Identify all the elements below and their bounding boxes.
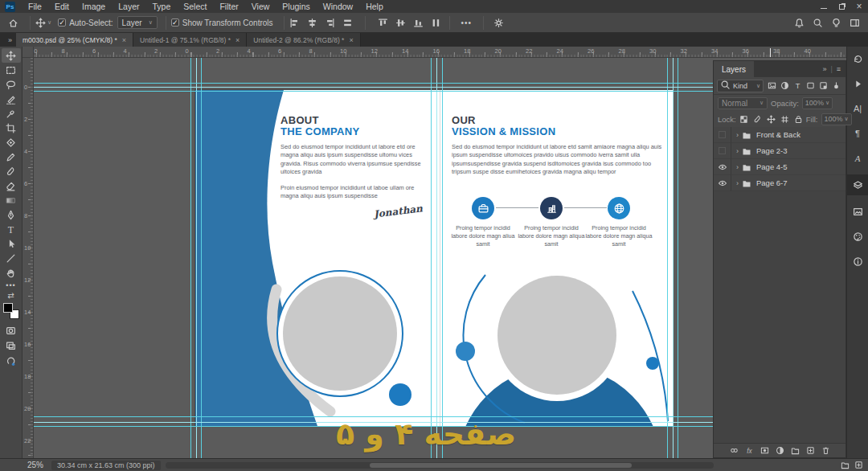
guide-vertical[interactable] — [673, 58, 674, 458]
screen-mode-button[interactable] — [2, 341, 21, 351]
foreground-color-swatch[interactable] — [3, 303, 13, 313]
brush-tool[interactable] — [2, 164, 21, 178]
move-tool-options-icon[interactable] — [35, 18, 46, 28]
menu-file[interactable]: File — [22, 0, 48, 13]
align-center-horizontal-icon[interactable] — [307, 18, 317, 28]
menu-edit[interactable]: Edit — [48, 0, 76, 13]
move-tool[interactable] — [2, 48, 21, 63]
link-layers-icon[interactable] — [730, 446, 739, 455]
horizontal-scrollbar-thumb[interactable] — [370, 463, 632, 468]
menu-layer[interactable]: Layer — [112, 0, 145, 13]
menu-image[interactable]: Image — [76, 0, 112, 13]
layers-panel-tab[interactable]: Layers — [714, 61, 754, 77]
type-tool[interactable]: T — [2, 222, 21, 236]
delete-layer-icon[interactable] — [821, 446, 830, 455]
restore-button[interactable] — [833, 1, 850, 13]
quick-mask-button[interactable] — [2, 326, 21, 336]
opacity-input[interactable]: 100% ∨ — [802, 97, 833, 109]
show-transform-checkbox[interactable]: ✓ — [171, 18, 179, 27]
more-options-button[interactable]: ••• — [461, 18, 473, 27]
workspace-icon[interactable] — [850, 18, 860, 28]
panel-menu-icon[interactable]: ≡ — [837, 65, 841, 73]
menu-plugins[interactable]: Plugins — [276, 0, 316, 13]
layer-group-row[interactable]: ›Front & Back — [714, 127, 845, 143]
line-tool[interactable] — [2, 251, 21, 265]
tab-overflow-icon[interactable]: » — [0, 36, 16, 47]
dock-paragraph-icon[interactable]: ¶ — [847, 125, 868, 142]
visibility-toggle[interactable] — [714, 127, 731, 143]
lightbulb-icon[interactable] — [831, 18, 841, 28]
dock-info-icon[interactable] — [847, 252, 868, 270]
spot-healing-brush-tool[interactable] — [2, 135, 21, 149]
vertical-ruler[interactable]: 0246810121416182022 — [23, 58, 34, 458]
layer-mask-icon[interactable] — [760, 446, 769, 455]
horizontal-scrollbar[interactable] — [166, 462, 714, 469]
close-tab-icon[interactable]: × — [349, 36, 353, 44]
lock-pixels-icon[interactable] — [753, 115, 762, 124]
document-tab-1[interactable]: m0030.psd @ 25% (CMYK/8) *× — [16, 33, 133, 47]
menu-filter[interactable]: Filter — [213, 0, 244, 13]
guide-horizontal[interactable] — [34, 91, 713, 92]
layer-effects-icon[interactable]: fx — [745, 446, 754, 455]
dock-swatches-icon[interactable] — [847, 227, 868, 245]
filter-kind-dropdown[interactable]: Kind ∨ — [717, 80, 764, 92]
layer-group-row[interactable]: ›Page 2-3 — [714, 143, 845, 159]
hand-tool[interactable] — [2, 265, 21, 280]
lock-artboard-icon[interactable] — [780, 115, 789, 124]
lock-transparent-icon[interactable] — [739, 115, 748, 124]
visibility-toggle[interactable] — [714, 143, 731, 159]
edit-toolbar-ellipsis[interactable]: ••• — [2, 281, 21, 289]
menu-view[interactable]: View — [245, 0, 276, 13]
expand-chevron-icon[interactable]: › — [736, 163, 739, 171]
align-top-icon[interactable] — [378, 18, 388, 28]
align-left-icon[interactable] — [289, 18, 300, 28]
smart-object-icon[interactable] — [819, 81, 828, 90]
gear-icon[interactable] — [493, 18, 504, 28]
visibility-toggle[interactable] — [714, 175, 731, 191]
expand-chevron-icon[interactable]: › — [736, 147, 739, 155]
distribute-horizontal-icon[interactable] — [342, 18, 353, 28]
new-layer-icon[interactable] — [806, 446, 815, 455]
distribute-vertical-icon[interactable] — [431, 18, 441, 28]
menu-select[interactable]: Select — [177, 0, 213, 13]
dock-mini-icon[interactable] — [841, 461, 850, 471]
pixel-layer-icon[interactable] — [768, 81, 776, 90]
dock-layers-icon[interactable] — [847, 174, 868, 195]
blend-mode-dropdown[interactable]: Normal ∨ — [718, 97, 768, 109]
zoom-level[interactable]: 25% — [27, 461, 43, 469]
object-selection-tool[interactable] — [2, 92, 21, 106]
dock-history-icon[interactable] — [847, 50, 868, 68]
pen-tool[interactable] — [2, 207, 21, 222]
type-layer-icon[interactable]: T — [793, 81, 802, 90]
search-icon[interactable] — [813, 18, 823, 28]
rectangular-marquee-tool[interactable] — [2, 63, 21, 77]
dock-mini-icon[interactable] — [854, 461, 863, 471]
collapse-panel-icon[interactable]: » — [822, 65, 826, 73]
guide-vertical[interactable] — [442, 58, 443, 458]
document-tab-2[interactable]: Untitled-1 @ 75.1% (RGB/8) *× — [133, 33, 247, 47]
dock-glyphs-icon[interactable]: A — [847, 149, 868, 167]
eyedropper-tool[interactable] — [2, 106, 21, 121]
bell-icon[interactable] — [794, 18, 805, 28]
lasso-tool[interactable] — [2, 77, 21, 92]
swap-colors-icon[interactable]: ⇄ — [2, 291, 21, 300]
guide-horizontal[interactable] — [34, 83, 713, 84]
align-middle-icon[interactable] — [395, 18, 406, 28]
align-right-icon[interactable] — [325, 18, 335, 28]
shape-layer-icon[interactable] — [806, 81, 815, 90]
layer-group-row[interactable]: ›Page 6-7 — [714, 175, 845, 191]
path-selection-tool[interactable] — [2, 236, 21, 251]
ruler-origin-corner[interactable] — [23, 47, 34, 58]
crop-tool[interactable] — [2, 121, 21, 135]
align-bottom-icon[interactable] — [413, 18, 424, 28]
guide-vertical[interactable] — [431, 58, 432, 458]
minimize-button[interactable] — [815, 1, 833, 13]
layer-group-row[interactable]: ›Page 4-5 — [714, 159, 845, 175]
rotate-view-button[interactable] — [2, 356, 21, 367]
adjustment-layer-icon[interactable] — [780, 81, 789, 90]
horizontal-ruler[interactable]: 1086420246810121416182022242628303234363… — [34, 47, 846, 58]
filter-toggle-icon[interactable] — [832, 81, 841, 90]
guide-vertical[interactable] — [667, 58, 668, 458]
auto-select-checkbox[interactable]: ✓ — [58, 18, 66, 27]
expand-chevron-icon[interactable]: › — [736, 179, 739, 187]
